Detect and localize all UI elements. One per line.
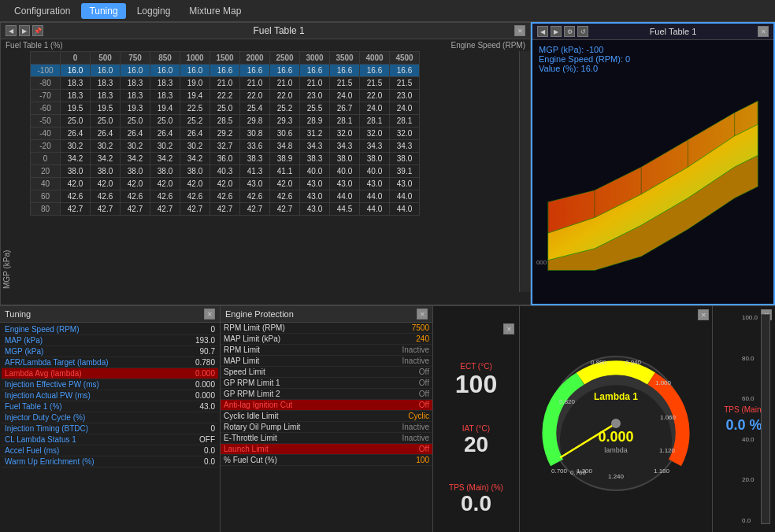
cell-3-9[interactable]: 26.7 xyxy=(330,102,360,115)
cell-7-1[interactable]: 34.2 xyxy=(91,153,121,165)
cell-3-0[interactable]: 19.5 xyxy=(61,102,91,115)
cell-11-6[interactable]: 42.7 xyxy=(240,203,270,216)
engine-protection-close-btn[interactable]: ✕ xyxy=(417,308,428,320)
cell-7-3[interactable]: 34.2 xyxy=(150,153,180,165)
nav-tuning[interactable]: Tuning xyxy=(81,3,125,19)
cell-1-9[interactable]: 21.5 xyxy=(330,77,360,90)
cell-9-6[interactable]: 43.0 xyxy=(240,178,270,190)
cell-10-7[interactable]: 42.6 xyxy=(270,190,300,203)
table-row[interactable]: 2038.038.038.038.038.040.341.341.140.040… xyxy=(31,165,420,178)
cell-10-3[interactable]: 42.6 xyxy=(150,190,180,203)
cell-11-11[interactable]: 44.0 xyxy=(390,203,420,216)
table-row[interactable]: -6019.519.519.319.422.525.025.425.225.52… xyxy=(31,102,420,115)
fuel-table-scroll[interactable]: 0500750850100015002000250030003500400045… xyxy=(13,51,519,292)
cell-8-2[interactable]: 38.0 xyxy=(121,165,150,178)
chart-refresh-btn[interactable]: ↺ xyxy=(577,26,588,37)
cell-5-0[interactable]: 26.4 xyxy=(61,127,91,140)
cell-6-8[interactable]: 34.3 xyxy=(300,140,330,153)
cell-1-6[interactable]: 21.0 xyxy=(240,77,270,90)
chart-settings-btn[interactable]: ⚙ xyxy=(564,26,575,37)
cell-4-11[interactable]: 28.1 xyxy=(390,115,420,127)
cell-8-0[interactable]: 38.0 xyxy=(61,165,91,178)
cell-5-7[interactable]: 30.6 xyxy=(270,127,300,140)
cell-11-9[interactable]: 44.5 xyxy=(330,203,360,216)
cell-6-0[interactable]: 30.2 xyxy=(61,140,91,153)
cell-9-7[interactable]: 42.0 xyxy=(270,178,300,190)
cell-3-2[interactable]: 19.3 xyxy=(121,102,150,115)
cell-6-4[interactable]: 30.2 xyxy=(180,140,210,153)
cell-7-4[interactable]: 34.2 xyxy=(180,153,210,165)
cell-9-2[interactable]: 42.0 xyxy=(121,178,150,190)
cell-5-2[interactable]: 26.4 xyxy=(121,127,150,140)
cell-7-8[interactable]: 38.3 xyxy=(300,153,330,165)
cell-7-11[interactable]: 38.0 xyxy=(390,153,420,165)
cell-5-3[interactable]: 26.4 xyxy=(150,127,180,140)
cell-10-11[interactable]: 44.0 xyxy=(390,190,420,203)
cell-8-10[interactable]: 40.0 xyxy=(360,165,390,178)
cell-3-8[interactable]: 25.5 xyxy=(300,102,330,115)
cell-10-0[interactable]: 42.6 xyxy=(61,190,91,203)
cell-2-7[interactable]: 22.0 xyxy=(270,90,300,102)
cell-1-3[interactable]: 18.3 xyxy=(150,77,180,90)
cell-0-5[interactable]: 16.6 xyxy=(210,65,240,77)
cell-10-9[interactable]: 44.0 xyxy=(330,190,360,203)
cell-11-3[interactable]: 42.7 xyxy=(150,203,180,216)
cell-7-9[interactable]: 38.0 xyxy=(330,153,360,165)
cell-7-6[interactable]: 38.3 xyxy=(240,153,270,165)
cell-8-8[interactable]: 40.0 xyxy=(300,165,330,178)
cell-10-8[interactable]: 43.0 xyxy=(300,190,330,203)
cell-9-3[interactable]: 42.0 xyxy=(150,178,180,190)
fuel-table-prev-btn[interactable]: ◀ xyxy=(6,25,17,36)
cell-1-10[interactable]: 21.5 xyxy=(360,77,390,90)
chart-close-btn[interactable]: ✕ xyxy=(758,26,769,37)
cell-3-11[interactable]: 24.0 xyxy=(390,102,420,115)
cell-10-6[interactable]: 42.6 xyxy=(240,190,270,203)
cell-2-1[interactable]: 18.3 xyxy=(91,90,121,102)
cell-4-6[interactable]: 29.8 xyxy=(240,115,270,127)
cell-10-4[interactable]: 42.6 xyxy=(180,190,210,203)
cell-3-6[interactable]: 25.4 xyxy=(240,102,270,115)
cell-4-4[interactable]: 25.2 xyxy=(180,115,210,127)
cell-0-3[interactable]: 16.0 xyxy=(150,65,180,77)
cell-0-1[interactable]: 16.0 xyxy=(91,65,121,77)
cell-1-1[interactable]: 18.3 xyxy=(91,77,121,90)
cell-10-2[interactable]: 42.6 xyxy=(121,190,150,203)
cell-9-11[interactable]: 43.0 xyxy=(390,178,420,190)
fuel-table-next-btn[interactable]: ▶ xyxy=(19,25,30,36)
tuning-close-btn[interactable]: ✕ xyxy=(204,308,215,320)
cell-1-0[interactable]: 18.3 xyxy=(61,77,91,90)
cell-6-5[interactable]: 32.7 xyxy=(210,140,240,153)
cell-8-1[interactable]: 38.0 xyxy=(91,165,121,178)
cell-10-1[interactable]: 42.6 xyxy=(91,190,121,203)
cell-0-6[interactable]: 16.6 xyxy=(240,65,270,77)
fuel-table-scrollbar[interactable] xyxy=(519,51,530,292)
cell-7-2[interactable]: 34.2 xyxy=(121,153,150,165)
cell-1-5[interactable]: 21.0 xyxy=(210,77,240,90)
cell-2-6[interactable]: 22.0 xyxy=(240,90,270,102)
cell-9-4[interactable]: 42.0 xyxy=(180,178,210,190)
table-row[interactable]: -4026.426.426.426.426.429.230.830.631.23… xyxy=(31,127,420,140)
cell-4-0[interactable]: 25.0 xyxy=(61,115,91,127)
cell-3-5[interactable]: 25.0 xyxy=(210,102,240,115)
lambda-gauge-close-btn[interactable]: ✕ xyxy=(698,309,709,320)
chart-next-btn[interactable]: ▶ xyxy=(551,26,562,37)
cell-3-4[interactable]: 22.5 xyxy=(180,102,210,115)
cell-1-4[interactable]: 19.0 xyxy=(180,77,210,90)
nav-mixture-map[interactable]: Mixture Map xyxy=(181,3,249,19)
cell-7-7[interactable]: 38.9 xyxy=(270,153,300,165)
cell-0-11[interactable]: 16.6 xyxy=(390,65,420,77)
cell-7-0[interactable]: 34.2 xyxy=(61,153,91,165)
cell-6-3[interactable]: 30.2 xyxy=(150,140,180,153)
cell-9-8[interactable]: 43.0 xyxy=(300,178,330,190)
cell-4-9[interactable]: 28.1 xyxy=(330,115,360,127)
cell-4-7[interactable]: 29.3 xyxy=(270,115,300,127)
cell-0-7[interactable]: 16.6 xyxy=(270,65,300,77)
cell-9-9[interactable]: 43.0 xyxy=(330,178,360,190)
cell-11-4[interactable]: 42.7 xyxy=(180,203,210,216)
cell-5-1[interactable]: 26.4 xyxy=(91,127,121,140)
cell-2-11[interactable]: 23.0 xyxy=(390,90,420,102)
cell-2-2[interactable]: 18.3 xyxy=(121,90,150,102)
cell-11-10[interactable]: 44.0 xyxy=(360,203,390,216)
cell-8-7[interactable]: 41.1 xyxy=(270,165,300,178)
cell-9-1[interactable]: 42.0 xyxy=(91,178,121,190)
